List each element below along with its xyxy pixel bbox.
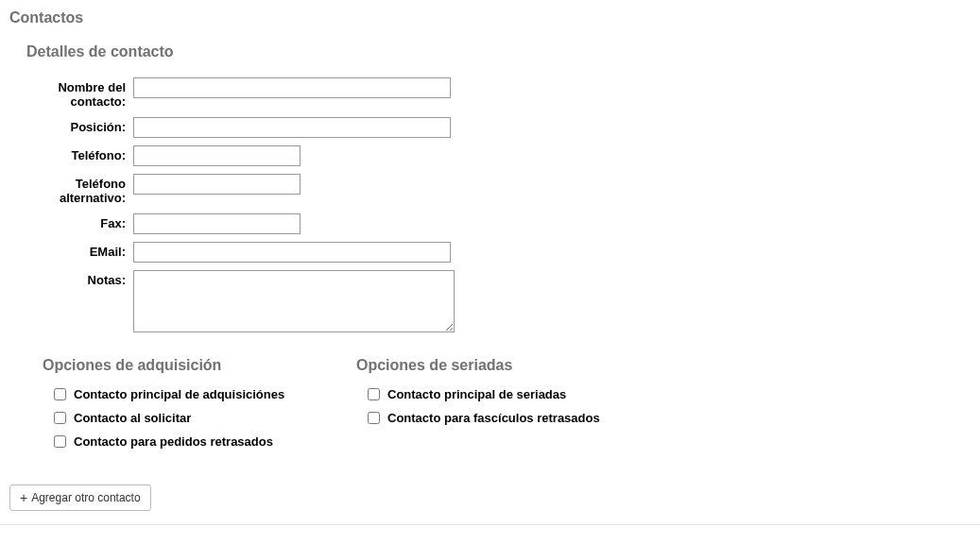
contact-fields: Nombre del contacto: Posición: Teléfono:… bbox=[26, 77, 980, 332]
section-title: Contactos bbox=[0, 0, 980, 34]
fax-field[interactable] bbox=[133, 213, 301, 234]
subsection-title: Detalles de contacto bbox=[0, 34, 980, 77]
divider bbox=[0, 524, 980, 525]
checkbox-ser-primary[interactable] bbox=[368, 388, 380, 400]
label-position: Posición: bbox=[26, 117, 133, 135]
contact-name-field[interactable] bbox=[133, 77, 451, 98]
label-acq-late-orders: Contacto para pedidos retrasados bbox=[74, 434, 273, 449]
add-contact-button[interactable]: + Agregar otro contacto bbox=[9, 484, 151, 511]
notes-field[interactable] bbox=[133, 270, 455, 332]
label-notes: Notas: bbox=[26, 270, 133, 288]
serials-options-title: Opciones de seriadas bbox=[356, 349, 670, 387]
email-field[interactable] bbox=[133, 242, 451, 263]
label-ser-late-issues: Contacto para fascículos retrasados bbox=[387, 411, 600, 425]
label-contact-name: Nombre del contacto: bbox=[26, 77, 133, 110]
label-acq-primary: Contacto principal de adquisiciónes bbox=[74, 387, 284, 401]
serials-options-group: Opciones de seriadas Contacto principal … bbox=[356, 349, 670, 458]
phone-field[interactable] bbox=[133, 145, 301, 166]
label-fax: Fax: bbox=[26, 213, 133, 231]
add-contact-button-label: Agregar otro contacto bbox=[31, 491, 140, 504]
checkbox-acq-primary[interactable] bbox=[54, 388, 66, 400]
position-field[interactable] bbox=[133, 117, 451, 138]
label-email: EMail: bbox=[26, 242, 133, 260]
checkbox-acq-late-orders[interactable] bbox=[54, 435, 66, 448]
acquisition-options-title: Opciones de adquisición bbox=[43, 349, 356, 387]
plus-icon: + bbox=[20, 491, 27, 504]
label-altphone: Teléfono alternativo: bbox=[26, 174, 133, 206]
altphone-field[interactable] bbox=[133, 174, 301, 195]
checkbox-acq-order[interactable] bbox=[54, 412, 66, 424]
label-acq-order: Contacto al solicitar bbox=[74, 411, 191, 425]
label-phone: Teléfono: bbox=[26, 145, 133, 163]
label-ser-primary: Contacto principal de seriadas bbox=[387, 387, 566, 401]
checkbox-ser-late-issues[interactable] bbox=[368, 412, 380, 424]
acquisition-options-group: Opciones de adquisición Contacto princip… bbox=[43, 349, 356, 458]
